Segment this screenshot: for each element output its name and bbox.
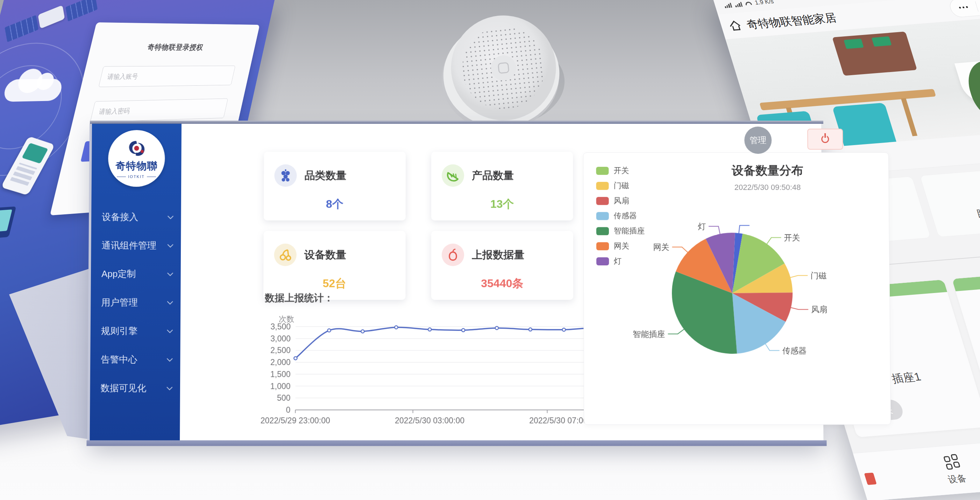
nav-home-icon-fragment[interactable] xyxy=(864,473,877,485)
legend-swatch xyxy=(596,167,609,175)
logo-title: 奇特物聯 xyxy=(115,159,158,173)
svg-text:次数: 次数 xyxy=(279,315,294,324)
stat-value: 8个 xyxy=(274,197,395,212)
legend-label: 开关 xyxy=(614,165,629,176)
legend-swatch xyxy=(596,227,609,235)
logo: 奇特物聯 IOTKIT xyxy=(108,130,165,187)
sidebar-item-6[interactable]: 数据可见化 xyxy=(90,374,180,402)
satellite-panel-illustration xyxy=(65,0,97,21)
ellipsis-icon xyxy=(959,6,968,9)
stat-card-categories: 品类数量 8个 xyxy=(264,152,406,220)
svg-text:2,500: 2,500 xyxy=(270,346,291,355)
satellite-illustration xyxy=(38,5,65,29)
chevron-down-icon xyxy=(167,298,173,305)
legend-swatch xyxy=(596,212,609,220)
svg-text:传感器: 传感器 xyxy=(783,346,807,355)
line-chart-section-title: 数据上报统计： xyxy=(265,291,334,305)
legend-item-2[interactable]: 风扇 xyxy=(596,195,644,206)
device-name: 插座1 xyxy=(890,369,923,387)
legend-swatch xyxy=(596,242,609,250)
legend-label: 门磁 xyxy=(614,181,629,191)
sidebar-item-1[interactable]: 通讯组件管理 xyxy=(91,232,181,260)
legend-item-1[interactable]: 门磁 xyxy=(596,181,644,191)
scene-composite: 奇特物联登录授权 登录 1.9 K xyxy=(0,0,980,500)
sidebar-item-2[interactable]: App定制 xyxy=(91,260,181,288)
miniprogram-capsule xyxy=(948,0,980,18)
logo-mark-icon xyxy=(126,138,147,159)
smart-speaker-photo xyxy=(429,8,580,137)
stat-value: 13个 xyxy=(442,197,563,212)
password-field[interactable] xyxy=(90,98,228,122)
net-speed: 1.9 K/s xyxy=(754,0,775,6)
wifi-icon xyxy=(745,2,752,5)
logo-subtitle: IOTKIT xyxy=(117,175,156,179)
stat-label: 品类数量 xyxy=(305,168,347,183)
chevron-down-icon xyxy=(167,270,173,276)
home-icon[interactable] xyxy=(729,21,742,31)
svg-text:2022/5/29 23:00:00: 2022/5/29 23:00:00 xyxy=(261,416,330,425)
sleep-mode-card[interactable]: 睡眠模式 xyxy=(920,165,980,237)
legend-label: 网关 xyxy=(614,241,629,251)
svg-text:智能插座: 智能插座 xyxy=(633,329,665,338)
svg-text:500: 500 xyxy=(277,394,291,402)
power-button[interactable] xyxy=(807,129,843,150)
legend-label: 风扇 xyxy=(614,195,629,206)
lime-icon xyxy=(442,164,464,187)
sidebar-item-5[interactable]: 告警中心 xyxy=(90,346,180,374)
legend-swatch xyxy=(596,182,609,190)
chevron-down-icon xyxy=(167,327,173,333)
monitor-illustration xyxy=(0,206,16,241)
stat-value: 52台 xyxy=(274,276,395,291)
legend-swatch xyxy=(596,257,609,265)
svg-text:1,000: 1,000 xyxy=(270,381,291,390)
svg-text:网关: 网关 xyxy=(653,242,670,251)
legend-item-4[interactable]: 智能插座 xyxy=(596,226,644,237)
sidebar-item-3[interactable]: 用户管理 xyxy=(91,288,180,317)
cloud-illustration xyxy=(2,79,64,102)
legend-item-3[interactable]: 传感器 xyxy=(596,211,644,221)
legend-label: 智能插座 xyxy=(614,226,644,237)
satellite-panel-illustration xyxy=(5,15,38,42)
more-menu-button[interactable] xyxy=(948,0,979,17)
manage-badge[interactable]: 管理 xyxy=(744,127,772,154)
power-icon xyxy=(821,135,829,143)
sidebar: 奇特物聯 IOTKIT 设备接入通讯组件管理App定制用户管理规则引擎告警中心数… xyxy=(90,124,181,440)
legend-item-0[interactable]: 开关 xyxy=(596,165,644,176)
status-badge: ONLINE xyxy=(952,268,980,291)
dashboard-main: 管理 品类数量 8个 xyxy=(180,124,823,440)
pie-legend: 开关门磁风扇传感器智能插座网关灯 xyxy=(596,165,644,267)
chevron-down-icon xyxy=(167,213,173,219)
svg-text:门磁: 门磁 xyxy=(810,271,826,280)
legend-item-6[interactable]: 灯 xyxy=(596,256,644,267)
stat-card-products: 产品数量 13个 xyxy=(431,152,573,220)
legend-label: 灯 xyxy=(614,256,622,267)
stat-label: 产品数量 xyxy=(472,168,514,183)
grid-icon xyxy=(942,454,962,470)
iot-dashboard-window: 奇特物聯 IOTKIT 设备接入通讯组件管理App定制用户管理规则引擎告警中心数… xyxy=(90,124,824,440)
pear-icon xyxy=(442,244,464,266)
signal-icon xyxy=(734,2,743,7)
sidebar-item-4[interactable]: 规则引擎 xyxy=(90,317,180,346)
stat-card-reports: 上报数据量 35440条 xyxy=(431,231,573,300)
stat-label: 上报数据量 xyxy=(472,248,524,262)
grape-icon xyxy=(274,164,297,187)
legend-label: 传感器 xyxy=(614,211,637,221)
legend-item-5[interactable]: 网关 xyxy=(596,241,644,251)
stat-card-devices: 设备数量 52台 xyxy=(263,231,406,300)
pie-chart-card: 开关门磁风扇传感器智能插座网关灯 设备数量分布 2022/5/30 09:50:… xyxy=(583,152,891,425)
svg-text:灯: 灯 xyxy=(698,222,706,231)
svg-text:0: 0 xyxy=(286,405,290,414)
svg-text:2022/5/30 03:00:00: 2022/5/30 03:00:00 xyxy=(395,416,465,425)
legend-swatch xyxy=(596,197,609,205)
stats-grid: 品类数量 8个 产品数量 13个 xyxy=(263,152,574,300)
sidebar-item-0[interactable]: 设备接入 xyxy=(91,203,181,231)
tab-devices[interactable]: 设备 xyxy=(940,454,968,486)
svg-text:风扇: 风扇 xyxy=(811,305,827,314)
login-title: 奇特物联登录授权 xyxy=(107,42,241,52)
account-field[interactable] xyxy=(98,66,235,87)
signal-icon xyxy=(724,2,732,8)
chevron-down-icon xyxy=(167,384,172,390)
cabinet-illustration xyxy=(832,32,917,76)
svg-text:3,000: 3,000 xyxy=(270,334,291,343)
chevron-down-icon xyxy=(167,241,173,248)
